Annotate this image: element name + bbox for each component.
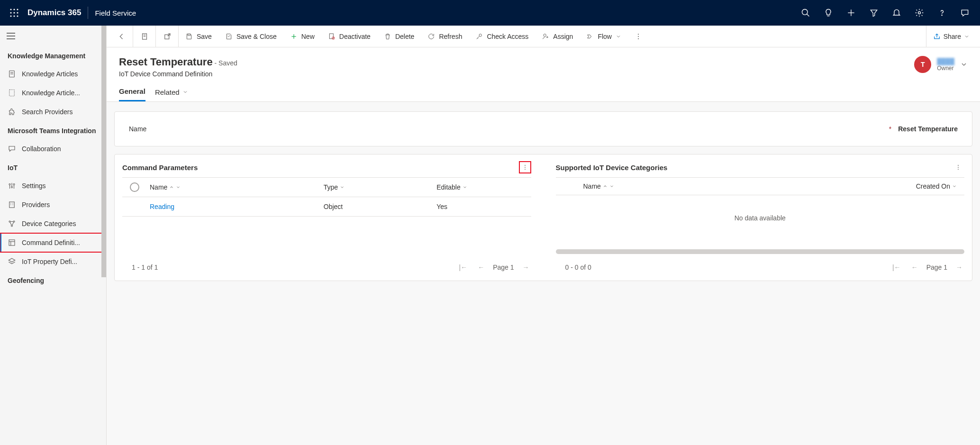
building-icon — [8, 200, 16, 209]
svg-marker-14 — [871, 10, 877, 16]
svg-point-7 — [13, 15, 15, 17]
sidebar-item-label: Providers — [22, 201, 50, 209]
svg-point-9 — [802, 9, 808, 15]
col-header-name[interactable]: Name — [150, 183, 324, 191]
tab-label: General — [119, 87, 145, 95]
col-header-type[interactable]: Type — [324, 183, 436, 191]
chevron-down-icon — [463, 185, 467, 190]
brand-label[interactable]: Dynamics 365 — [27, 8, 81, 18]
subgrid-more-button[interactable] — [952, 161, 964, 173]
app-name-label[interactable]: Field Service — [95, 9, 136, 17]
prev-page-icon[interactable]: ← — [909, 262, 920, 273]
sidebar-section-teams: Microsoft Teams Integration — [0, 121, 106, 139]
app-launcher-icon[interactable] — [5, 3, 24, 22]
sidebar-item-iot-property-definitions[interactable]: IoT Property Defi... — [0, 252, 106, 271]
share-label: Share — [944, 33, 961, 40]
plus-icon — [290, 33, 298, 40]
assign-button[interactable]: Assign — [535, 26, 580, 47]
saved-status: - Saved — [215, 59, 237, 67]
name-field-value[interactable]: Reset Temperature — [898, 125, 958, 133]
deactivate-button[interactable]: Deactivate — [321, 26, 377, 47]
first-page-icon[interactable]: |← — [457, 262, 469, 273]
sidebar-scrollbar[interactable] — [101, 26, 106, 277]
sidebar-item-collaboration[interactable]: Collaboration — [0, 139, 106, 158]
sidebar-item-search-providers[interactable]: Search Providers — [0, 102, 106, 121]
svg-point-6 — [10, 15, 11, 17]
tab-general[interactable]: General — [119, 87, 145, 101]
refresh-icon — [427, 33, 435, 40]
help-icon[interactable] — [932, 3, 953, 22]
svg-point-54 — [638, 34, 639, 35]
svg-point-0 — [10, 9, 11, 10]
next-page-icon[interactable]: → — [954, 262, 964, 273]
share-icon — [933, 33, 941, 40]
share-button[interactable]: Share — [926, 26, 976, 47]
delete-button[interactable]: Delete — [377, 26, 421, 47]
svg-point-55 — [638, 36, 639, 37]
sidebar-item-device-categories[interactable]: Device Categories — [0, 214, 106, 233]
save-button[interactable]: Save — [179, 26, 218, 47]
row-name-link[interactable]: Reading — [150, 203, 174, 210]
owner-avatar[interactable]: T — [914, 56, 931, 73]
prev-page-icon[interactable]: ← — [476, 262, 486, 273]
owner-name[interactable]: ████ — [937, 58, 954, 65]
new-button[interactable]: New — [283, 26, 321, 47]
global-nav-bar: Dynamics 365 Field Service — [0, 0, 980, 26]
horizontal-scrollbar[interactable] — [556, 249, 965, 254]
col-header-editable[interactable]: Editable — [436, 183, 523, 191]
plus-icon[interactable] — [841, 3, 862, 22]
check-access-button[interactable]: Check Access — [469, 26, 535, 47]
refresh-button[interactable]: Refresh — [421, 26, 469, 47]
row-type: Object — [324, 203, 343, 210]
trash-icon — [384, 33, 391, 40]
save-close-button[interactable]: Save & Close — [218, 26, 283, 47]
back-button[interactable] — [110, 26, 133, 47]
search-icon[interactable] — [795, 3, 816, 22]
col-header-name[interactable]: Name — [583, 182, 833, 190]
svg-line-10 — [807, 14, 809, 17]
sidebar-item-command-definitions[interactable]: Command Definiti... — [0, 233, 106, 252]
more-vertical-icon — [635, 33, 642, 40]
filter-icon[interactable] — [863, 3, 884, 22]
tab-label: Related — [155, 88, 180, 96]
next-page-icon[interactable]: → — [521, 262, 531, 273]
hamburger-icon[interactable] — [0, 26, 106, 46]
flow-label: Flow — [598, 33, 612, 40]
chevron-down-icon — [182, 89, 188, 95]
svg-point-58 — [525, 165, 526, 166]
tab-related[interactable]: Related — [155, 87, 188, 101]
svg-point-4 — [13, 12, 15, 13]
more-commands-button[interactable] — [628, 26, 649, 47]
document-dashed-icon — [8, 89, 16, 97]
bell-icon[interactable] — [886, 3, 907, 22]
more-vertical-icon — [955, 164, 962, 171]
grid-row[interactable]: Reading Object Yes — [122, 197, 531, 217]
chat-icon[interactable] — [954, 3, 975, 22]
form-selector-button[interactable] — [133, 26, 156, 47]
sidebar-item-knowledge-article-templates[interactable]: Knowledge Article... — [0, 83, 106, 102]
svg-point-63 — [958, 169, 959, 170]
subgrid-title: Supported IoT Device Categories — [556, 163, 668, 172]
key-icon — [475, 33, 483, 40]
first-page-icon[interactable]: |← — [890, 262, 903, 273]
select-all-checkbox[interactable] — [130, 182, 139, 192]
sidebar-item-iot-settings[interactable]: Settings — [0, 176, 106, 195]
open-new-window-button[interactable] — [156, 26, 179, 47]
col-header-created[interactable]: Created On — [832, 182, 957, 190]
chevron-down-icon[interactable] — [960, 61, 968, 68]
lightbulb-icon[interactable] — [818, 3, 839, 22]
svg-point-62 — [958, 167, 959, 168]
assign-icon — [542, 33, 549, 40]
sidebar-item-knowledge-articles[interactable]: Knowledge Articles — [0, 64, 106, 83]
svg-point-3 — [10, 12, 11, 13]
svg-rect-49 — [329, 34, 333, 39]
save-icon — [185, 33, 193, 40]
command-parameters-subgrid: Command Parameters Name — [115, 154, 539, 281]
gear-icon[interactable] — [909, 3, 930, 22]
deactivate-label: Deactivate — [339, 33, 371, 40]
sidebar-section-iot: IoT — [0, 158, 106, 176]
chevron-down-icon — [609, 184, 614, 189]
flow-button[interactable]: Flow — [580, 26, 628, 47]
sidebar-item-iot-providers[interactable]: Providers — [0, 195, 106, 214]
subgrid-more-button[interactable] — [519, 161, 531, 173]
